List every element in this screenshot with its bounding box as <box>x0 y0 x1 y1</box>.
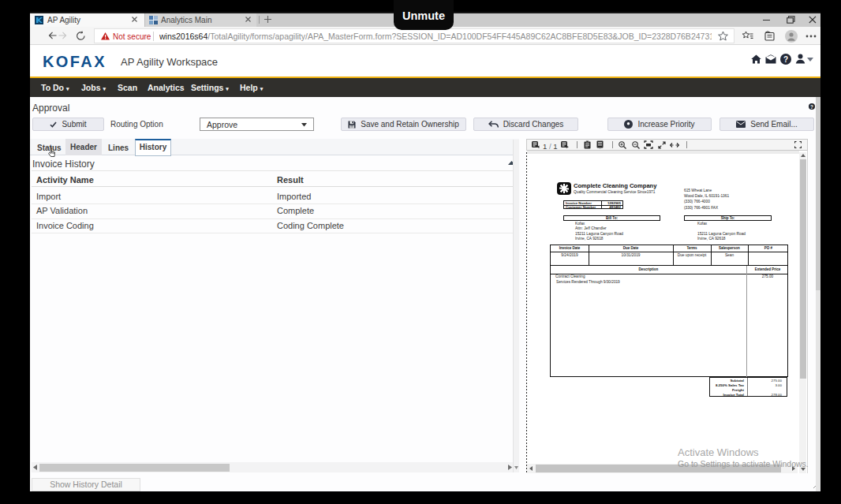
svg-text:?: ? <box>783 55 788 64</box>
svg-text:?: ? <box>810 104 813 110</box>
